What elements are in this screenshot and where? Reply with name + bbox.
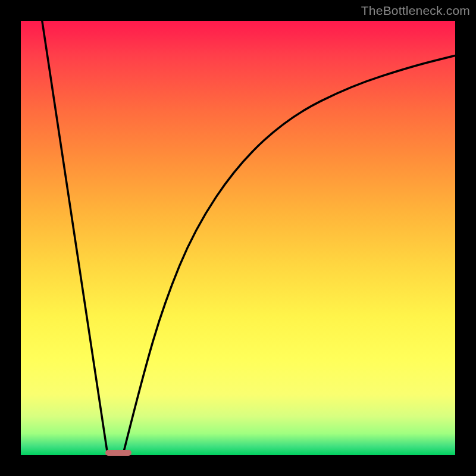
watermark-text: TheBottleneck.com [361, 4, 470, 18]
curve-left-leg [42, 21, 108, 455]
curve-right [123, 55, 456, 455]
bottleneck-marker [105, 450, 131, 456]
chart-frame: TheBottleneck.com [0, 0, 476, 476]
plot-area [21, 21, 455, 455]
curve-svg [21, 21, 455, 455]
